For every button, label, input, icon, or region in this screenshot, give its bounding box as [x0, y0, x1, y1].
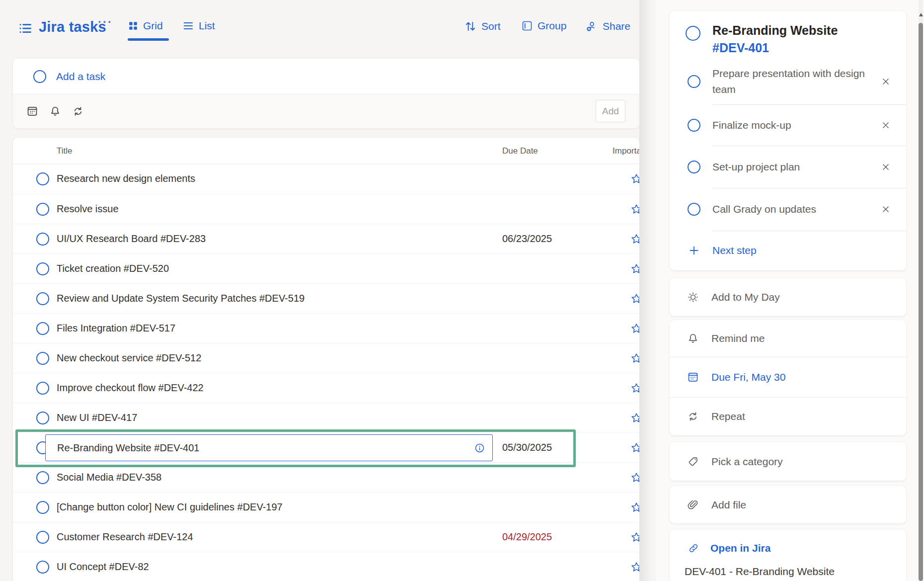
- complete-circle[interactable]: [36, 471, 49, 484]
- subtask-row[interactable]: Set-up project plan: [670, 146, 906, 188]
- task-title: Social Media #DEV-358: [57, 463, 161, 492]
- importance-star-icon[interactable]: [630, 471, 639, 484]
- close-icon[interactable]: [880, 162, 891, 172]
- sort-button[interactable]: Sort: [464, 20, 501, 33]
- task-row[interactable]: New checkout service #DEV-512: [13, 343, 639, 373]
- importance-star-icon[interactable]: [630, 292, 639, 305]
- add-to-my-day-button[interactable]: Add to My Day: [670, 278, 906, 316]
- task-row-selected[interactable]: Re-Branding Website #DEV-40105/30/2025: [13, 432, 639, 462]
- task-title: New UI #DEV-417: [57, 403, 137, 432]
- complete-circle[interactable]: [36, 531, 49, 544]
- task-row[interactable]: Improve checkout flow #DEV-422: [13, 373, 639, 403]
- add-file-button[interactable]: Add file: [670, 486, 906, 523]
- task-row[interactable]: Files Integration #DEV-517: [13, 313, 639, 343]
- importance-star-icon[interactable]: [879, 25, 895, 41]
- importance-star-icon[interactable]: [630, 262, 639, 275]
- complete-circle[interactable]: [36, 561, 49, 574]
- task-row[interactable]: New UI #DEV-417: [13, 403, 639, 432]
- task-row[interactable]: [Change button color] New CI guidelines …: [13, 492, 639, 522]
- importance-star-icon[interactable]: [630, 233, 639, 246]
- complete-circle[interactable]: [36, 233, 49, 246]
- panel-scrollbar[interactable]: [919, 0, 923, 581]
- task-title-input[interactable]: Re-Branding Website #DEV-401: [45, 434, 493, 461]
- complete-circle[interactable]: [36, 501, 49, 514]
- view-tab-grid[interactable]: Grid: [128, 20, 163, 32]
- importance-star-icon[interactable]: [630, 382, 639, 395]
- info-icon[interactable]: [474, 442, 485, 454]
- complete-circle[interactable]: [36, 322, 49, 335]
- column-header-due-date[interactable]: Due Date: [502, 138, 538, 164]
- due-date: 05/30/2025: [502, 433, 552, 462]
- task-table: Title Due Date Importance Research new d…: [13, 138, 639, 581]
- scrollbar-up-arrow-icon[interactable]: [919, 13, 923, 16]
- task-list-area: Jira tasks ··· Grid List Sort Group Shar…: [0, 0, 656, 581]
- task-title: Re-Branding Website #DEV-401: [57, 442, 474, 454]
- group-label: Group: [538, 20, 566, 32]
- list-view-icon: [182, 20, 194, 32]
- task-row[interactable]: Review and Update System Security Patche…: [13, 283, 639, 313]
- task-title: UI/UX Research Board #DEV-283: [57, 224, 206, 253]
- column-header-title[interactable]: Title: [57, 138, 73, 164]
- column-header-importance[interactable]: Importance: [613, 138, 639, 164]
- importance-star-icon[interactable]: [630, 441, 639, 454]
- step-label: Set-up project plan: [712, 159, 876, 175]
- step-complete-circle[interactable]: [688, 203, 700, 216]
- complete-circle[interactable]: [36, 412, 49, 424]
- complete-circle[interactable]: [36, 172, 49, 185]
- detail-title-row: Re-Branding Website #DEV-401: [670, 11, 906, 59]
- more-options-button[interactable]: ···: [98, 15, 113, 29]
- importance-star-icon[interactable]: [630, 322, 639, 335]
- add-task-row[interactable]: Add a task: [13, 59, 639, 94]
- remind-me-button[interactable]: Remind me: [670, 320, 906, 357]
- due-date-icon[interactable]: [26, 105, 39, 118]
- importance-star-icon[interactable]: [630, 501, 639, 514]
- subtask-row[interactable]: Finalize mock-up: [670, 104, 906, 146]
- importance-star-icon[interactable]: [630, 561, 639, 574]
- step-complete-circle[interactable]: [688, 75, 700, 88]
- task-row[interactable]: UI/UX Research Board #DEV-28306/23/2025: [13, 224, 639, 253]
- task-row[interactable]: Customer Research #DEV-12404/29/2025: [13, 522, 639, 552]
- importance-star-icon[interactable]: [630, 203, 639, 216]
- complete-circle[interactable]: [36, 382, 49, 395]
- task-title: UI Concept #DEV-82: [57, 552, 149, 581]
- detail-complete-circle[interactable]: [686, 26, 700, 41]
- step-complete-circle[interactable]: [688, 119, 700, 132]
- close-icon[interactable]: [880, 120, 891, 131]
- reminder-bell-icon[interactable]: [49, 105, 62, 118]
- task-row[interactable]: UI Concept #DEV-82: [13, 552, 639, 581]
- importance-star-icon[interactable]: [630, 352, 639, 365]
- task-row[interactable]: Social Media #DEV-358: [13, 462, 639, 492]
- add-button[interactable]: Add: [596, 100, 625, 122]
- step-label: Call Grady on updates: [712, 201, 876, 217]
- task-row[interactable]: Ticket creation #DEV-520: [13, 253, 639, 283]
- repeat-icon[interactable]: [72, 105, 84, 118]
- view-tab-list[interactable]: List: [182, 20, 215, 32]
- complete-circle[interactable]: [36, 262, 49, 275]
- detail-card: Re-Branding Website #DEV-401 Prepare pre…: [670, 11, 906, 270]
- next-step-button[interactable]: Next step: [670, 231, 906, 270]
- importance-star-icon[interactable]: [630, 531, 639, 544]
- subtask-row[interactable]: Prepare presentation with design team: [670, 59, 906, 104]
- subtask-steps: Prepare presentation with design teamFin…: [670, 59, 906, 231]
- open-in-jira-button[interactable]: Open in Jira: [670, 536, 906, 561]
- complete-circle[interactable]: [36, 203, 49, 216]
- task-row[interactable]: Resolve issue: [13, 194, 639, 224]
- complete-circle[interactable]: [36, 352, 49, 365]
- scrollbar-thumb[interactable]: [919, 23, 923, 581]
- task-row[interactable]: Research new design elements: [13, 164, 639, 194]
- importance-star-icon[interactable]: [630, 172, 639, 185]
- subtask-row[interactable]: Call Grady on updates: [670, 188, 906, 231]
- close-icon[interactable]: [880, 204, 891, 215]
- share-button[interactable]: Share: [585, 20, 630, 33]
- repeat-button[interactable]: Repeat: [670, 397, 906, 435]
- pick-category-button[interactable]: Pick a category: [670, 442, 906, 481]
- task-title: Review and Update System Security Patche…: [57, 284, 305, 313]
- importance-star-icon[interactable]: [630, 412, 639, 424]
- due-date-button[interactable]: Due Fri, May 30: [670, 357, 906, 397]
- complete-circle[interactable]: [36, 292, 49, 305]
- step-complete-circle[interactable]: [688, 161, 700, 173]
- schedule-card: Remind me Due Fri, May 30 Repeat: [670, 320, 906, 435]
- group-button[interactable]: Group: [521, 20, 566, 32]
- close-icon[interactable]: [880, 76, 891, 87]
- next-step-label: Next step: [712, 231, 757, 270]
